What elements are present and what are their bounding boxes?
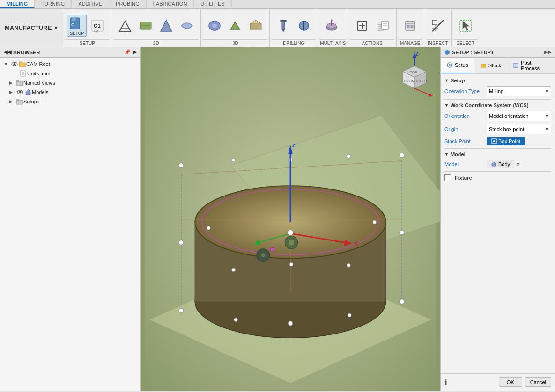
tree-item-units[interactable]: ▶ Units: mm bbox=[0, 69, 140, 78]
manage-btn[interactable] bbox=[400, 17, 420, 35]
svg-text:X: X bbox=[431, 94, 434, 98]
svg-marker-42 bbox=[463, 21, 469, 30]
select-icon bbox=[458, 18, 473, 33]
camroot-label: CAM Root bbox=[26, 61, 50, 67]
svg-rect-16 bbox=[281, 20, 286, 22]
ok-button[interactable]: OK bbox=[499, 377, 522, 387]
select-btn[interactable] bbox=[456, 17, 475, 35]
browser-pin-icon[interactable]: 📌 bbox=[124, 49, 131, 55]
footer-buttons: OK Cancel bbox=[499, 377, 551, 387]
origin-select[interactable]: Stock box point ▼ bbox=[487, 124, 551, 134]
panel-body: ▼ Setup Operation Type Milling ▼ ▼ Work … bbox=[441, 74, 555, 373]
svg-marker-22 bbox=[330, 19, 333, 21]
box-point-button[interactable]: Box Point bbox=[487, 137, 525, 145]
tree-item-camroot[interactable]: ▼ CAM Root bbox=[0, 59, 140, 69]
actions-section-label: ACTIONS bbox=[350, 39, 394, 47]
stock-tab-label: Stock bbox=[488, 63, 502, 68]
3d-btn1[interactable] bbox=[205, 17, 224, 35]
multiaxis-btn[interactable] bbox=[322, 17, 341, 35]
setup2-button[interactable]: G1G2 bbox=[88, 17, 107, 35]
tree-item-setups[interactable]: ▶ Setups bbox=[0, 97, 140, 106]
setup-button[interactable]: G SETUP bbox=[67, 15, 87, 37]
operation-type-select[interactable]: Milling ▼ bbox=[487, 86, 551, 96]
orientation-select[interactable]: Model orientation ▼ bbox=[487, 111, 551, 121]
origin-arrow: ▼ bbox=[545, 127, 549, 131]
drilling-btn1[interactable] bbox=[274, 17, 293, 35]
model-value-row: Body × bbox=[487, 160, 520, 168]
fixture-checkbox[interactable] bbox=[444, 174, 451, 181]
fixture-section-label: Fixture bbox=[455, 175, 472, 181]
panel-footer: ℹ OK Cancel bbox=[441, 373, 555, 391]
panel-title: SETUP : SETUP1 bbox=[444, 50, 494, 55]
info-icon[interactable]: ℹ bbox=[444, 378, 447, 387]
setup-section-header[interactable]: ▼ Setup bbox=[444, 78, 551, 83]
setup-icons: G SETUP G1G2 bbox=[65, 9, 109, 39]
tab-additive[interactable]: ADDITIVE bbox=[72, 0, 109, 8]
model-row: Model Body × bbox=[444, 160, 551, 168]
tab-probing[interactable]: PROBING bbox=[109, 0, 147, 8]
tab-turning[interactable]: TURNING bbox=[35, 0, 72, 8]
inspect-section-label: INSPECT bbox=[426, 39, 450, 47]
setup-section-label: SETUP bbox=[65, 39, 109, 47]
2d-btn3[interactable] bbox=[156, 17, 176, 35]
camroot-eye-icon[interactable] bbox=[11, 61, 18, 67]
2d-icon1 bbox=[118, 18, 133, 33]
models-expand[interactable]: ▶ bbox=[9, 90, 16, 94]
namedviews-folder-icon bbox=[16, 79, 23, 87]
browser-header-left: ◀◀ BROWSER bbox=[4, 49, 40, 55]
panel-tab-postprocess[interactable]: Post Process bbox=[507, 58, 555, 73]
model-tag: Body bbox=[487, 160, 514, 168]
camroot-expand[interactable]: ▼ bbox=[4, 62, 10, 66]
orientation-arrow: ▼ bbox=[545, 114, 549, 118]
actions-icon2 bbox=[375, 18, 390, 33]
svg-rect-53 bbox=[26, 92, 30, 95]
panel-tab-stock[interactable]: Stock bbox=[474, 58, 508, 73]
fixture-section-header[interactable]: Fixture bbox=[444, 174, 551, 181]
svg-line-37 bbox=[432, 20, 444, 31]
actions-btn1[interactable] bbox=[352, 17, 372, 35]
actions-btn2[interactable] bbox=[373, 17, 392, 35]
namedviews-expand[interactable]: ▶ bbox=[9, 80, 16, 85]
browser-expand-icon[interactable]: ▶ bbox=[133, 49, 136, 55]
inspect-btn[interactable] bbox=[428, 17, 448, 35]
wcs-section-header[interactable]: ▼ Work Coordinate System (WCS) bbox=[444, 102, 551, 108]
manufacture-arrow: ▼ bbox=[53, 25, 58, 30]
3d-btn3[interactable] bbox=[246, 17, 266, 35]
svg-rect-55 bbox=[16, 100, 23, 104]
svg-point-84 bbox=[232, 268, 236, 272]
setups-expand[interactable]: ▶ bbox=[9, 99, 16, 104]
tree-item-namedviews[interactable]: ▶ Named Views bbox=[0, 78, 140, 87]
panel-expand-icon[interactable]: ▶▶ bbox=[544, 49, 551, 55]
panel-title-text: SETUP : SETUP1 bbox=[452, 50, 494, 55]
drilling-btn2[interactable] bbox=[294, 17, 314, 35]
tab-milling[interactable]: MILLING bbox=[0, 0, 35, 8]
tab-fabrication[interactable]: FABRICATION bbox=[147, 0, 194, 8]
2d-btn2[interactable] bbox=[136, 17, 155, 35]
2d-btn1[interactable] bbox=[115, 17, 135, 35]
viewport[interactable]: Z X Z TOP bbox=[141, 47, 440, 391]
models-eye-icon[interactable] bbox=[17, 89, 23, 95]
inspect-icon bbox=[430, 18, 445, 33]
3d-btn2[interactable] bbox=[225, 17, 245, 35]
stock-point-label: Stock Point bbox=[444, 138, 487, 144]
2d-btn4[interactable] bbox=[177, 17, 197, 35]
svg-rect-124 bbox=[492, 164, 496, 166]
panel-tabs: Setup Stock Post Process bbox=[441, 58, 555, 74]
browser-header-icons: 📌 ▶ bbox=[124, 49, 136, 55]
tree-item-models[interactable]: ▶ Models bbox=[0, 87, 140, 97]
model-section-header[interactable]: ▼ Model bbox=[444, 152, 551, 157]
3d-icon1 bbox=[207, 18, 222, 33]
manufacture-button[interactable]: MANUFACTURE ▼ bbox=[0, 9, 63, 47]
setup-tab-label: Setup bbox=[455, 62, 468, 68]
browser-tree: ▼ CAM Root ▶ Units: mm ▶ Named Views bbox=[0, 58, 140, 391]
panel-tab-setup[interactable]: Setup bbox=[441, 58, 474, 73]
cube-navigator[interactable]: Z TOP FRONT RIGHT X bbox=[393, 52, 436, 99]
browser-title: BROWSER bbox=[13, 50, 40, 55]
cancel-button[interactable]: Cancel bbox=[525, 377, 551, 387]
svg-rect-36 bbox=[411, 25, 413, 28]
2d-section-label: 2D bbox=[113, 39, 199, 47]
tab-utilities[interactable]: UTILITIES bbox=[194, 0, 231, 8]
model-close-icon[interactable]: × bbox=[516, 160, 520, 168]
browser-collapse-icon[interactable]: ◀◀ bbox=[4, 49, 11, 55]
2d-icon2 bbox=[138, 18, 153, 33]
